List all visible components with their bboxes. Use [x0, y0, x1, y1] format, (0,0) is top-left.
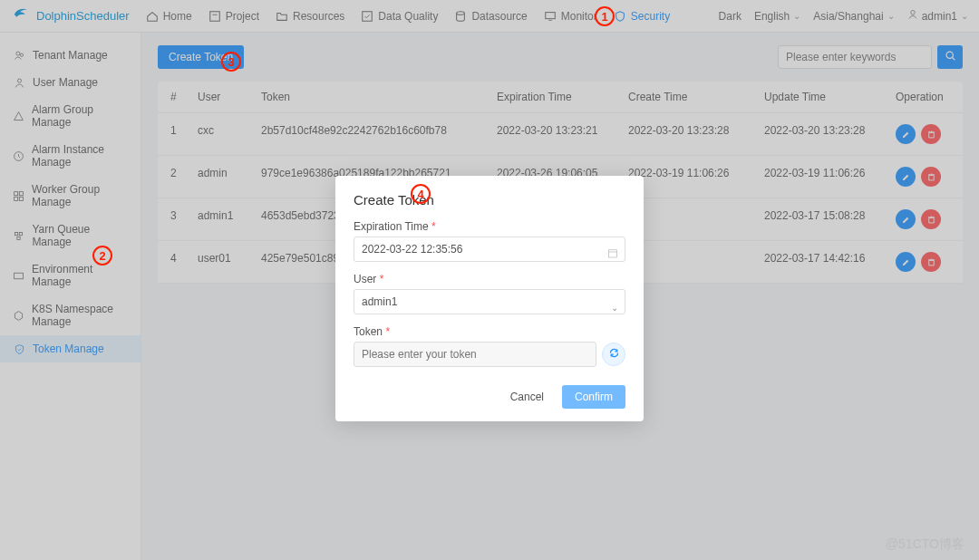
- refresh-icon: [608, 347, 620, 362]
- create-token-modal: Create Token Expiration Time * User * ⌄ …: [335, 176, 644, 421]
- modal-overlay: Create Token Expiration Time * User * ⌄ …: [0, 0, 979, 560]
- generate-token-button[interactable]: [602, 343, 625, 366]
- confirm-button[interactable]: Confirm: [562, 385, 625, 409]
- expiration-label: Expiration Time *: [354, 220, 625, 233]
- chevron-down-icon: ⌄: [611, 303, 618, 313]
- modal-footer: Cancel Confirm: [354, 385, 625, 409]
- expiration-input[interactable]: [354, 237, 625, 262]
- user-label: User *: [354, 273, 625, 285]
- svg-rect-21: [609, 250, 617, 257]
- user-select[interactable]: [354, 289, 625, 314]
- cancel-button[interactable]: Cancel: [501, 385, 553, 409]
- calendar-icon: [607, 248, 618, 262]
- token-input[interactable]: [354, 342, 596, 367]
- token-label: Token *: [354, 325, 625, 338]
- watermark: @51CTO博客: [886, 536, 964, 553]
- modal-title: Create Token: [354, 192, 625, 208]
